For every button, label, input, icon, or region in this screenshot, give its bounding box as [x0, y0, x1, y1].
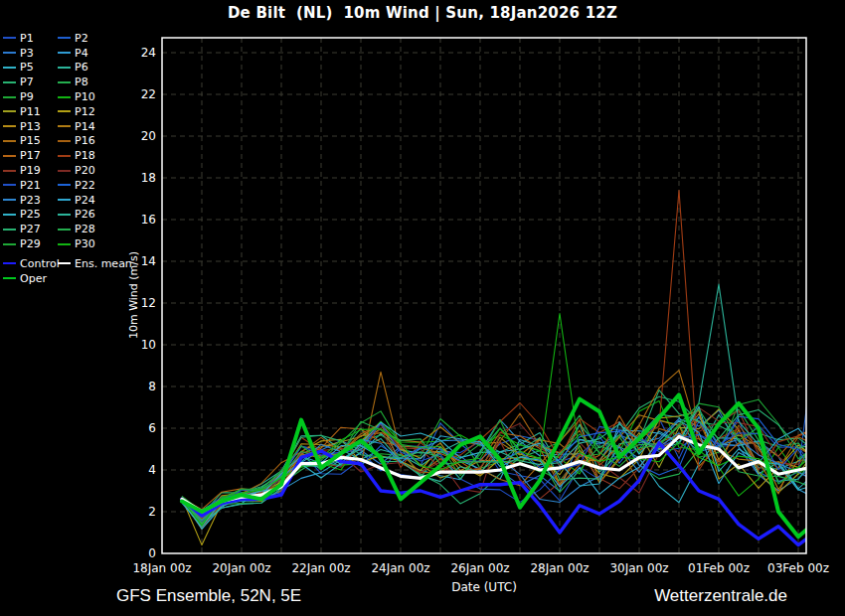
x-tick-label: 28Jan 00z: [518, 561, 601, 575]
y-tick-label: 2: [124, 505, 156, 519]
x-tick-label: 18Jan 00z: [120, 561, 204, 575]
x-tick-label: 03Feb 00z: [757, 561, 840, 575]
axis-border: [162, 38, 806, 553]
y-tick-label: 6: [124, 421, 156, 435]
y-tick-label: 14: [124, 254, 156, 268]
x-tick-label: 22Jan 00z: [279, 561, 363, 575]
y-tick-label: 18: [124, 171, 156, 185]
y-tick-label: 0: [124, 546, 156, 560]
site-credit: Wetterzentrale.de: [654, 586, 787, 606]
x-tick-label: 20Jan 00z: [200, 561, 283, 575]
member-line-p27: [182, 390, 818, 521]
y-tick-label: 12: [124, 296, 156, 310]
x-tick-label: 26Jan 00z: [438, 561, 522, 575]
weather-chart-canvas: De Bilt (NL) 10m Wind | Sun, 18Jan2026 1…: [0, 0, 845, 616]
y-tick-label: 4: [124, 463, 156, 477]
member-line-p25: [182, 406, 818, 529]
y-tick-label: 8: [124, 380, 156, 393]
y-tick-label: 16: [124, 213, 156, 227]
y-tick-label: 10: [124, 338, 156, 352]
x-tick-label: 30Jan 00z: [597, 561, 681, 575]
model-caption: GFS Ensemble, 52N, 5E: [116, 586, 301, 606]
y-tick-label: 22: [124, 87, 156, 101]
series-line-oper: [182, 394, 818, 537]
x-axis-label: Date (UTC): [451, 580, 517, 594]
y-tick-label: 20: [124, 129, 156, 143]
x-tick-label: 24Jan 00z: [359, 561, 442, 575]
y-tick-label: 24: [124, 46, 156, 60]
x-tick-label: 01Feb 00z: [677, 561, 760, 575]
